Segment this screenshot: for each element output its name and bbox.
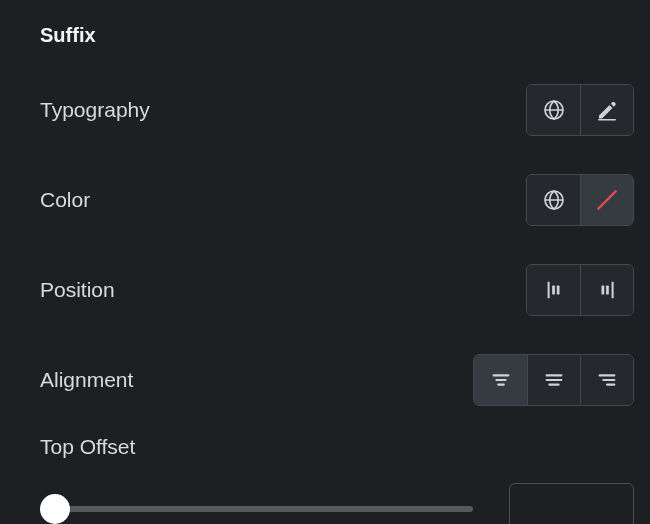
color-global-button[interactable]: [527, 175, 580, 225]
pencil-icon: [595, 98, 619, 122]
align-left-button[interactable]: [580, 355, 633, 405]
typography-buttons: [526, 84, 634, 136]
row-top-offset: Top Offset: [40, 435, 634, 524]
typography-label: Typography: [40, 98, 150, 122]
slider-track: [48, 506, 473, 512]
svg-line-3: [598, 191, 615, 208]
top-offset-label: Top Offset: [40, 435, 634, 459]
align-center-button[interactable]: [474, 355, 527, 405]
align-left-bar-icon: [543, 279, 565, 301]
no-color-icon: [594, 187, 620, 213]
svg-rect-9: [606, 285, 609, 294]
align-justify-button[interactable]: [527, 355, 580, 405]
align-right-bar-icon: [596, 279, 618, 301]
color-label: Color: [40, 188, 90, 212]
top-offset-controls: [40, 483, 634, 524]
align-center-icon: [490, 369, 512, 391]
typography-edit-button[interactable]: [580, 85, 633, 135]
globe-icon: [542, 188, 566, 212]
alignment-label: Alignment: [40, 368, 133, 392]
position-after-button[interactable]: [580, 265, 633, 315]
color-none-button[interactable]: [580, 175, 633, 225]
position-before-button[interactable]: [527, 265, 580, 315]
position-label: Position: [40, 278, 115, 302]
svg-rect-1: [598, 119, 616, 121]
section-title: Suffix: [40, 24, 634, 47]
row-typography: Typography: [40, 83, 634, 137]
svg-rect-8: [602, 285, 605, 294]
alignment-buttons: [473, 354, 634, 406]
top-offset-input[interactable]: [509, 483, 634, 524]
slider-thumb[interactable]: [40, 494, 70, 524]
svg-rect-4: [547, 282, 549, 299]
svg-rect-5: [552, 285, 555, 294]
typography-global-button[interactable]: [527, 85, 580, 135]
position-buttons: [526, 264, 634, 316]
align-left-icon: [596, 369, 618, 391]
align-justify-icon: [543, 369, 565, 391]
globe-icon: [542, 98, 566, 122]
row-position: Position: [40, 263, 634, 317]
svg-rect-6: [556, 285, 559, 294]
row-alignment: Alignment: [40, 353, 634, 407]
color-buttons: [526, 174, 634, 226]
top-offset-slider[interactable]: [40, 493, 481, 524]
svg-rect-7: [612, 282, 614, 299]
row-color: Color: [40, 173, 634, 227]
